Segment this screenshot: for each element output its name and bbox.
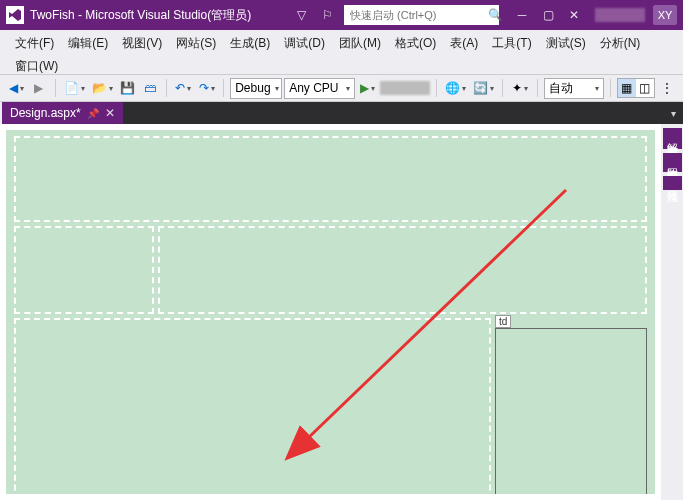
config-combo[interactable]: Debug [230, 78, 282, 99]
designer-surface[interactable] [0, 124, 661, 500]
tab-label: Design.aspx* [10, 106, 81, 120]
menu-build[interactable]: 生成(B) [223, 32, 277, 55]
close-icon[interactable]: ✕ [105, 106, 115, 120]
tab-active[interactable]: Design.aspx* 📌 ✕ [2, 102, 123, 124]
search-icon: 🔍 [488, 8, 503, 22]
document-tabs: Design.aspx* 📌 ✕ ▾ [0, 102, 683, 124]
sidebar-team-explorer[interactable]: 团队资源管理器 [663, 153, 682, 172]
pin-icon[interactable]: 📌 [87, 108, 99, 119]
table-cell[interactable] [158, 226, 647, 314]
selected-cell[interactable] [495, 328, 647, 494]
split-view-icon[interactable]: ◫ [636, 79, 654, 97]
save-all-button[interactable]: 🗃 [140, 77, 160, 99]
toolbar: ◀ ▶ 📄 📂 💾 🗃 ↶ ↷ Debug Any CPU ▶ 🌐 🔄 ✦ 自动… [0, 74, 683, 102]
quick-launch-input[interactable] [350, 9, 488, 21]
toolbar-overflow[interactable]: ⋮ [657, 77, 677, 99]
browser-button[interactable]: 🌐 [443, 77, 469, 99]
filter-icon[interactable]: ▽ [288, 4, 314, 26]
table-cell[interactable] [14, 318, 491, 494]
tab-dropdown-icon[interactable]: ▾ [668, 108, 679, 119]
user-name [595, 8, 645, 22]
menu-file[interactable]: 文件(F) [8, 32, 61, 55]
design-view-icon[interactable]: ▦ [618, 79, 636, 97]
window-title: TwoFish - Microsoft Visual Studio(管理员) [30, 7, 251, 24]
menu-tools[interactable]: 工具(T) [485, 32, 538, 55]
start-target [380, 81, 431, 95]
open-button[interactable]: 📂 [89, 77, 115, 99]
redo-button[interactable]: ↷ [196, 77, 217, 99]
undo-button[interactable]: ↶ [172, 77, 193, 99]
menu-table[interactable]: 表(A) [443, 32, 485, 55]
menu-analyze[interactable]: 分析(N) [593, 32, 648, 55]
save-button[interactable]: 💾 [117, 77, 138, 99]
menu-test[interactable]: 测试(S) [539, 32, 593, 55]
vs-logo [6, 6, 24, 24]
sidebar-solution-explorer[interactable]: 解决方案资源管理器 [663, 128, 682, 149]
flag-icon[interactable]: ⚐ [314, 4, 340, 26]
menu-format[interactable]: 格式(O) [388, 32, 443, 55]
new-item-button[interactable]: ✦ [509, 77, 530, 99]
table-cell[interactable] [14, 136, 647, 222]
sidebar-properties[interactable]: 属性 [663, 176, 682, 190]
maximize-button[interactable]: ▢ [535, 4, 561, 26]
refresh-button[interactable]: 🔄 [471, 77, 497, 99]
close-button[interactable]: ✕ [561, 4, 587, 26]
user-badge[interactable]: XY [653, 5, 677, 25]
design-canvas[interactable] [6, 130, 655, 494]
table-cell[interactable] [14, 226, 154, 314]
right-sidebar: 解决方案资源管理器 团队资源管理器 属性 [661, 124, 683, 500]
titlebar: TwoFish - Microsoft Visual Studio(管理员) ▽… [0, 0, 683, 30]
menu-view[interactable]: 视图(V) [115, 32, 169, 55]
platform-combo[interactable]: Any CPU [284, 78, 355, 99]
start-debug-button[interactable]: ▶ [357, 77, 378, 99]
minimize-button[interactable]: ─ [509, 4, 535, 26]
view-toggle[interactable]: ▦ ◫ [617, 78, 655, 98]
menu-edit[interactable]: 编辑(E) [61, 32, 115, 55]
new-project-button[interactable]: 📄 [61, 77, 87, 99]
nav-back-button[interactable]: ◀ [6, 77, 27, 99]
menu-website[interactable]: 网站(S) [169, 32, 223, 55]
menu-debug[interactable]: 调试(D) [277, 32, 332, 55]
quick-launch[interactable]: 🔍 [344, 5, 499, 25]
nav-fwd-button[interactable]: ▶ [29, 77, 49, 99]
menubar: 文件(F) 编辑(E) 视图(V) 网站(S) 生成(B) 调试(D) 团队(M… [0, 30, 683, 74]
zoom-combo[interactable]: 自动 [544, 78, 605, 99]
menu-team[interactable]: 团队(M) [332, 32, 388, 55]
